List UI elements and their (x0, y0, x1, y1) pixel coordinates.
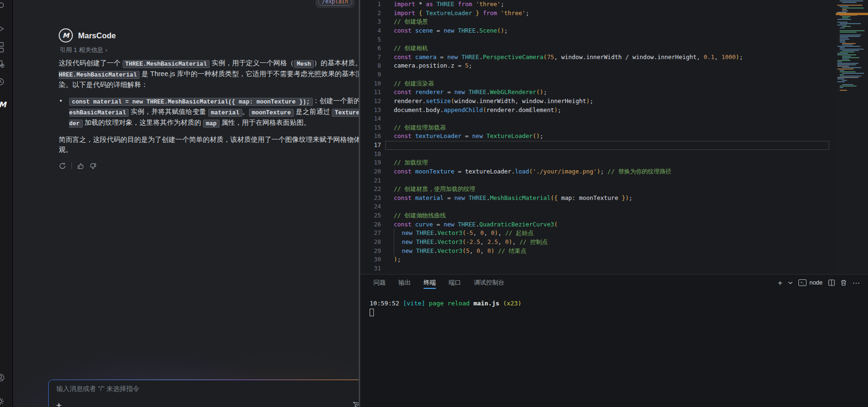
code-line[interactable]: 18 (360, 150, 829, 159)
code-text[interactable]: import { TextureLoader } from 'three'; (381, 9, 829, 18)
code-text[interactable] (381, 70, 829, 79)
reference-toggle[interactable]: 引用 1 相关信息› (60, 46, 107, 54)
new-terminal-button[interactable]: + (778, 279, 782, 287)
code-line[interactable]: 25// 创建抛物线曲线 (360, 211, 829, 220)
code-text[interactable]: const scene = new THREE.Scene(); (381, 26, 829, 35)
code-text[interactable]: new THREE.Vector3(-2.5, 2.5, 0), // 控制点 (381, 238, 829, 247)
code-line[interactable]: 28new THREE.Vector3(-2.5, 2.5, 0), // 控制… (360, 238, 829, 247)
terminal-output[interactable]: 10:59:52 [vite] page reload main.js (x23… (370, 299, 522, 307)
code-text[interactable] (381, 35, 829, 44)
code-text[interactable]: // 创建材质，使用加载的纹理 (381, 185, 829, 194)
code-line[interactable]: 13document.body.appendChild(renderer.dom… (360, 106, 829, 115)
kill-terminal-button[interactable] (841, 279, 847, 286)
code-line[interactable]: 4const scene = new THREE.Scene(); (360, 26, 829, 35)
code-line[interactable]: 27new THREE.Vector3(-5, 0, 0), // 起始点 (360, 229, 829, 238)
code-line[interactable]: 21 (360, 176, 829, 185)
code-line[interactable]: 24 (360, 202, 829, 211)
code-line[interactable]: 8camera.position.z = 5; (360, 61, 829, 70)
code-line[interactable]: 1import * as THREE from 'three'; (360, 0, 829, 9)
code-text[interactable] (381, 150, 829, 159)
code-text[interactable]: const renderer = new THREE.WebGLRenderer… (381, 88, 829, 97)
panel-tab-终端[interactable]: 终端 (424, 276, 436, 290)
code-text[interactable]: renderer.setSize(window.innerWidth, wind… (381, 97, 829, 106)
code-line[interactable]: 14 (360, 114, 829, 123)
run-debug-icon[interactable] (0, 25, 13, 35)
code-line[interactable]: 15// 创建纹理加载器 (360, 123, 829, 132)
code-line[interactable]: 20const moonTexture = textureLoader.load… (360, 167, 829, 176)
code-line[interactable]: 30); (360, 255, 829, 264)
thumbs-down-button[interactable] (89, 163, 97, 170)
remote-containers-icon[interactable] (0, 60, 13, 70)
code-line[interactable]: 17 (360, 141, 829, 150)
marscode-activity-icon[interactable]: M (0, 100, 13, 111)
explain-command-chip[interactable]: /explain (316, 0, 354, 8)
code-text[interactable] (381, 176, 829, 185)
code-text[interactable]: // 创建渲染器 (381, 79, 829, 88)
account-icon[interactable] (0, 373, 13, 384)
minimap-line (842, 10, 848, 11)
code-line[interactable]: 10// 创建渲染器 (360, 79, 829, 88)
code-text[interactable]: const camera = new THREE.PerspectiveCame… (381, 53, 829, 62)
code-line[interactable]: 6// 创建相机 (360, 44, 829, 53)
code-line[interactable]: 22// 创建材质，使用加载的纹理 (360, 185, 829, 194)
code-line[interactable]: 2import { TextureLoader } from 'three'; (360, 9, 829, 18)
code-line[interactable]: 31 (360, 264, 829, 273)
code-line[interactable]: 19// 加载纹理 (360, 158, 829, 167)
more-actions-button[interactable]: ⋯ (852, 278, 860, 287)
code-text[interactable]: const moonTexture = textureLoader.load('… (381, 167, 829, 176)
panel-tab-调试控制台[interactable]: 调试控制台 (474, 276, 505, 290)
panel-tab-问题[interactable]: 问题 (373, 276, 386, 290)
assistant-message: 这段代码创建了一个 THREE.MeshBasicMaterial 实例，用于定… (59, 58, 359, 170)
code-text[interactable]: ); (381, 255, 829, 264)
terminal-dropdown-button[interactable] (788, 281, 793, 285)
code-line[interactable]: 5 (360, 35, 829, 44)
code-text[interactable]: const material = new THREE.MeshBasicMate… (381, 194, 829, 203)
code-text[interactable]: // 创建场景 (381, 17, 829, 26)
code-text[interactable]: new THREE.Vector3(5, 0, 0) // 结束点 (381, 247, 829, 256)
minimap[interactable] (836, 0, 868, 274)
code-text[interactable] (385, 141, 829, 150)
code-line[interactable]: 29new THREE.Vector3(5, 0, 0) // 结束点 (360, 247, 829, 256)
code-text[interactable]: const textureLoader = new TextureLoader(… (381, 132, 829, 141)
regenerate-button[interactable] (59, 162, 66, 170)
thumbs-up-button[interactable] (77, 163, 84, 170)
panel-tab-端口[interactable]: 端口 (449, 276, 461, 290)
search-icon[interactable] (0, 2, 13, 12)
chat-input[interactable] (56, 385, 340, 392)
code-text[interactable] (381, 202, 829, 211)
split-terminal-button[interactable] (828, 279, 835, 286)
code-text[interactable]: document.body.appendChild(renderer.domEl… (381, 106, 829, 115)
code-text[interactable]: new THREE.Vector3(-5, 0, 0), // 起始点 (381, 229, 829, 238)
settings-gear-icon[interactable] (0, 397, 13, 407)
code-lines[interactable]: 1import * as THREE from 'three';2import … (360, 0, 829, 274)
code-text[interactable]: // 创建纹理加载器 (381, 123, 829, 132)
code-editor[interactable]: 1import * as THREE from 'three';2import … (360, 0, 868, 274)
code-line[interactable]: 26const curve = new THREE.QuadraticBezie… (360, 220, 829, 229)
code-line[interactable]: 9 (360, 70, 829, 79)
code-line[interactable]: 7const camera = new THREE.PerspectiveCam… (360, 53, 829, 62)
code-text[interactable]: const curve = new THREE.QuadraticBezierC… (381, 220, 829, 229)
panel-resize-sash[interactable] (359, 0, 360, 407)
minimap-line (840, 27, 845, 28)
code-text[interactable]: // 创建抛物线曲线 (381, 211, 829, 220)
code-text[interactable]: // 加载纹理 (381, 158, 829, 167)
code-text[interactable] (381, 264, 829, 273)
code-line[interactable]: 3// 创建场景 (360, 17, 829, 26)
panel-tab-输出[interactable]: 输出 (399, 276, 411, 290)
minimap-line (840, 35, 861, 35)
code-line[interactable]: 12renderer.setSize(window.innerWidth, wi… (360, 97, 829, 106)
sparkle-icon[interactable] (56, 402, 62, 407)
send-button[interactable] (353, 400, 359, 407)
code-text[interactable] (381, 114, 829, 123)
minimap-line (837, 63, 859, 64)
code-text[interactable]: import * as THREE from 'three'; (381, 0, 829, 9)
code-line[interactable]: 23const material = new THREE.MeshBasicMa… (360, 194, 829, 203)
terminal-instance-node[interactable]: >_ node (798, 279, 823, 286)
code-line[interactable]: 11const renderer = new THREE.WebGLRender… (360, 88, 829, 97)
code-text[interactable]: camera.position.z = 5; (381, 61, 829, 70)
history-icon[interactable] (0, 78, 13, 88)
code-line[interactable]: 16const textureLoader = new TextureLoade… (360, 132, 829, 141)
extensions-icon[interactable] (0, 42, 13, 56)
code-text[interactable]: // 创建相机 (381, 44, 829, 53)
message-actions (59, 162, 359, 170)
